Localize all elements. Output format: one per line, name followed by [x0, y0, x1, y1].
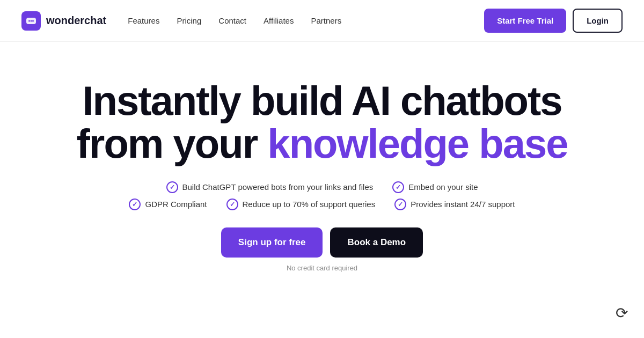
- nav-item-partners[interactable]: Partners: [311, 16, 341, 26]
- nav-links: Features Pricing Contact Affiliates Part…: [128, 16, 341, 26]
- hero-title-line1: Instantly build AI chatbots: [82, 78, 561, 123]
- feature-item-1: Build ChatGPT powered bots from your lin…: [166, 181, 374, 193]
- signup-button[interactable]: Sign up for free: [221, 227, 323, 258]
- nav-link-pricing[interactable]: Pricing: [177, 16, 201, 25]
- check-icon-2: [392, 181, 404, 193]
- check-icon-1: [166, 181, 178, 193]
- check-icon-3: [129, 199, 141, 210]
- features-row-1: Build ChatGPT powered bots from your lin…: [166, 181, 478, 193]
- cta-buttons: Sign up for free Book a Demo: [221, 227, 423, 258]
- logo-link[interactable]: wonderchat: [21, 11, 106, 31]
- demo-button[interactable]: Book a Demo: [330, 227, 423, 258]
- check-icon-4: [226, 199, 238, 210]
- login-button[interactable]: Login: [573, 9, 623, 33]
- no-credit-text: No credit card required: [287, 264, 357, 272]
- navbar-left: wonderchat Features Pricing Contact Affi…: [21, 11, 341, 31]
- logo-text: wonderchat: [46, 14, 106, 27]
- feature-label-3: GDPR Compliant: [145, 200, 207, 209]
- loading-spinner-icon: ⟳: [616, 304, 628, 322]
- features-row-2: GDPR Compliant Reduce up to 70% of suppo…: [129, 199, 515, 210]
- logo-icon: [21, 11, 41, 31]
- nav-item-pricing[interactable]: Pricing: [177, 16, 201, 26]
- hero-title: Instantly build AI chatbots from your kn…: [77, 79, 568, 165]
- check-icon-5: [394, 199, 406, 210]
- hero-title-line2-plain: from your: [77, 121, 268, 166]
- svg-point-1: [28, 20, 30, 21]
- svg-point-2: [31, 20, 32, 21]
- start-trial-button[interactable]: Start Free Trial: [484, 9, 566, 33]
- nav-link-affiliates[interactable]: Affiliates: [264, 16, 294, 25]
- feature-item-4: Reduce up to 70% of support queries: [226, 199, 376, 210]
- feature-label-5: Provides instant 24/7 support: [411, 200, 515, 209]
- nav-item-affiliates[interactable]: Affiliates: [264, 16, 294, 26]
- svg-point-3: [32, 20, 34, 21]
- feature-label-4: Reduce up to 70% of support queries: [243, 200, 376, 209]
- navbar-right: Start Free Trial Login: [484, 9, 623, 33]
- feature-label-2: Embed on your site: [408, 182, 478, 192]
- nav-item-contact[interactable]: Contact: [218, 16, 246, 26]
- feature-item-5: Provides instant 24/7 support: [394, 199, 515, 210]
- logo-svg: [25, 15, 37, 27]
- nav-link-features[interactable]: Features: [128, 16, 159, 25]
- hero-section: Instantly build AI chatbots from your kn…: [0, 42, 644, 272]
- nav-link-partners[interactable]: Partners: [311, 16, 341, 25]
- feature-item-3: GDPR Compliant: [129, 199, 207, 210]
- nav-link-contact[interactable]: Contact: [218, 16, 246, 25]
- feature-label-1: Build ChatGPT powered bots from your lin…: [182, 182, 374, 192]
- nav-item-features[interactable]: Features: [128, 16, 159, 26]
- feature-item-2: Embed on your site: [392, 181, 478, 193]
- hero-title-highlight: knowledge base: [267, 121, 567, 166]
- navbar: wonderchat Features Pricing Contact Affi…: [0, 0, 644, 42]
